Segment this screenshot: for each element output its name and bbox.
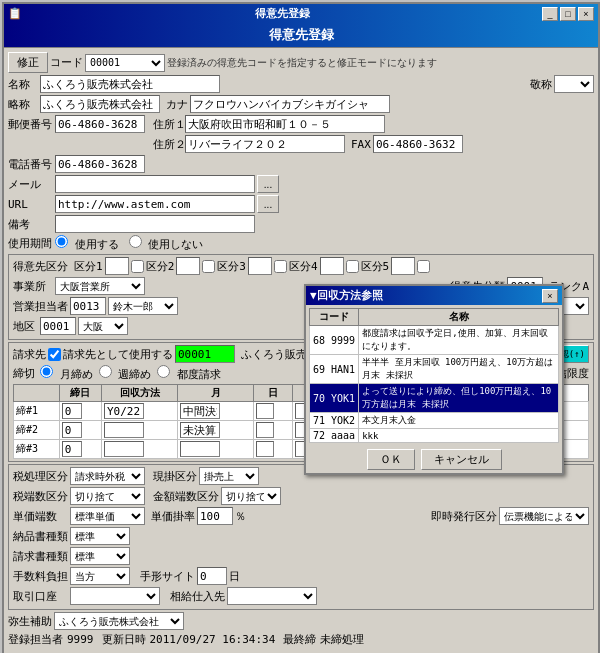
seikyu-code[interactable] [175,345,235,363]
week-radio[interactable] [99,365,112,378]
modal-row-1[interactable]: 68 9999 都度請求は回収予定日,使用、加算、月末回収になります。 [310,326,559,355]
use-row: 使用期間 使用する 使用しない [8,235,594,252]
div5-input[interactable] [391,257,415,275]
mail-btn[interactable]: ... [257,175,279,193]
modal-name-68: 都度請求は回収予定日,使用、加算、月末回収になります。 [359,326,559,355]
souko-select[interactable] [227,587,317,605]
ryakusho-input[interactable] [40,95,160,113]
tel-input[interactable] [55,155,145,173]
suffix-select[interactable] [554,75,594,93]
row1-kaishu-name[interactable] [180,403,220,419]
div3-check[interactable] [274,260,287,273]
minimize-button[interactable]: _ [542,7,558,21]
modal-dialog: ▼回収方法参照 × コード 名称 68 9999 都度請求は回収予定日,使用、加… [304,284,564,475]
name-input[interactable] [40,75,220,93]
tegata-input[interactable] [197,567,227,585]
use-yes-radio[interactable] [55,235,68,248]
fax-input[interactable] [373,135,463,153]
modal-code-68: 68 9999 [310,326,359,355]
modal-row-2[interactable]: 69 HAN1 半半半 至月末回収 100万円超え、10万方超は月末 未採択 [310,355,559,384]
close-button[interactable]: × [578,7,594,21]
sokuhakko-select[interactable]: 伝票機能による [499,507,589,525]
div1-input[interactable] [105,257,129,275]
modal-row-5[interactable]: 72 aaaa kkk [310,429,559,443]
modal-row-3[interactable]: 70 YOK1 よって送りにより締め、但し100万円超え、10万方超は月末 未採… [310,384,559,413]
div4-check[interactable] [346,260,359,273]
modal-name-70: よって送りにより締め、但し100万円超え、10万方超は月末 未採択 [359,384,559,413]
genzanku-select[interactable]: 掛売上 [199,467,259,485]
restore-button[interactable]: □ [560,7,576,21]
memo-input[interactable] [55,215,255,233]
seikyu-shu-select[interactable]: 標準 [70,547,130,565]
row2-tsuki[interactable] [256,422,274,438]
modal-content: コード 名称 68 9999 都度請求は回収予定日,使用、加算、月末回収になりま… [306,305,562,446]
row1-shimebi[interactable] [62,403,82,419]
modal-table: コード 名称 68 9999 都度請求は回収予定日,使用、加算、月末回収になりま… [309,308,559,443]
tel-label: 電話番号 [8,157,53,172]
month-radio-label[interactable]: 月締め [40,365,93,382]
helper-row: 弥生補助 ふくろう販売株式会社 [8,612,594,630]
row3-kaishu-name[interactable] [180,441,220,457]
nohin-select[interactable]: 標準 [70,527,130,545]
jimusho-select[interactable]: 大阪営業所 [55,277,145,295]
zeishori-select[interactable]: 請求時外税 [70,467,145,485]
row3-tsuki[interactable] [256,441,274,457]
addr2-input[interactable] [185,135,345,153]
url-input[interactable] [55,195,255,213]
row2-shimebi[interactable] [62,422,82,438]
modal-ok-button[interactable]: ＯＫ [367,449,415,470]
div2-input[interactable] [176,257,200,275]
tsudo-radio[interactable] [157,365,170,378]
code-select[interactable]: 00001 [85,54,165,72]
row2-kaishu-code[interactable] [104,422,144,438]
week-radio-label[interactable]: 週締め [99,365,152,382]
row3-kaishu-code[interactable] [104,441,144,457]
tesuryo-select[interactable]: 当方 [70,567,130,585]
url-btn[interactable]: ... [257,195,279,213]
div4-input[interactable] [320,257,344,275]
eigyo-select[interactable]: 鈴木一郎 [108,297,178,315]
url-row: URL ... [8,195,594,213]
modal-close-button[interactable]: × [542,289,558,303]
torihiki-select[interactable] [70,587,160,605]
kana-input[interactable] [190,95,390,113]
row2-kaishu-name[interactable] [180,422,220,438]
tegata-unit: 日 [229,569,240,584]
chiku-select[interactable]: 大阪 [78,317,128,335]
seikyu-checkbox[interactable] [48,348,61,361]
zeikeisan-select[interactable]: 切り捨て [70,487,145,505]
addr1-label: 住所１ [153,117,183,132]
tantou-value: 9999 [67,633,94,646]
update-value: 2011/09/27 16:34:34 [150,633,276,646]
row1-kaishu-code[interactable] [104,403,144,419]
zip-input[interactable] [55,115,145,133]
chiku-code[interactable] [40,317,76,335]
month-radio[interactable] [40,365,53,378]
modal-th-code: コード [310,309,359,326]
use-no-label[interactable]: 使用しない [129,235,204,252]
row1-tsuki[interactable] [256,403,274,419]
div5-check[interactable] [417,260,430,273]
modal-code-71: 71 YOK2 [310,413,359,429]
row1-no: 締#1 [14,402,60,421]
genzanku-label: 現掛区分 [153,469,197,484]
modal-row-4[interactable]: 71 YOK2 本文月末入金 [310,413,559,429]
sokuhakko-label: 即時発行区分 [431,509,497,524]
modal-footer: ＯＫ キャンセル [306,446,562,473]
use-yes-label[interactable]: 使用する [55,235,119,252]
modal-cancel-button[interactable]: キャンセル [421,449,502,470]
div3-input[interactable] [248,257,272,275]
mode-button[interactable]: 修正 [8,52,48,73]
addr1-input[interactable] [185,115,385,133]
kanjo-select[interactable]: 切り捨て [221,487,281,505]
helper-select[interactable]: ふくろう販売株式会社 [54,612,184,630]
div2-check[interactable] [202,260,215,273]
div1-check[interactable] [131,260,144,273]
mail-input[interactable] [55,175,255,193]
row3-shimebi[interactable] [62,441,82,457]
tsudo-radio-label[interactable]: 都度請求 [157,365,221,382]
eigyo-code[interactable] [70,297,106,315]
tanka-select[interactable]: 標準単価 [70,507,145,525]
tankaritsu-input[interactable] [197,507,233,525]
use-no-radio[interactable] [129,235,142,248]
